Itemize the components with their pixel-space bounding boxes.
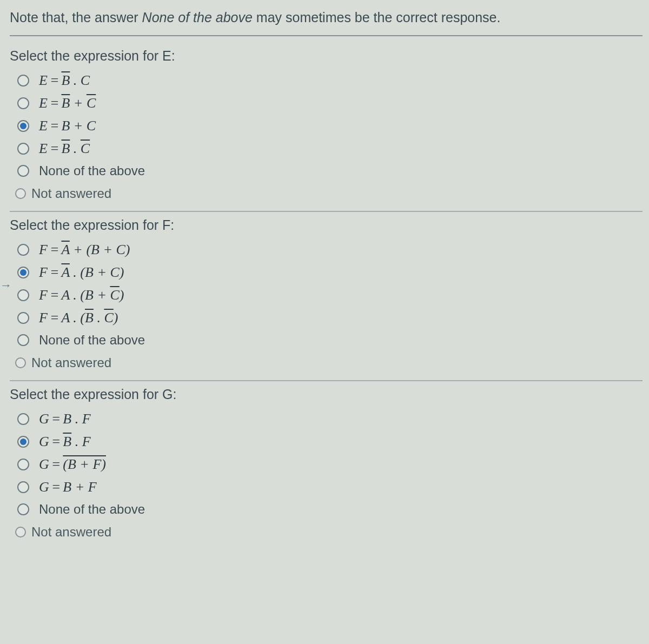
- radio-button[interactable]: [17, 289, 29, 301]
- status-circle-icon: [15, 357, 26, 368]
- radio-button[interactable]: [17, 334, 29, 346]
- radio-button[interactable]: [17, 312, 29, 324]
- option-row[interactable]: None of the above: [10, 160, 643, 182]
- option-row[interactable]: F = A . (B + C): [10, 261, 643, 284]
- note-italic: None of the above: [142, 10, 253, 25]
- question-block: Select the expression for G:G = B . FG =…: [10, 381, 643, 549]
- question-block: Select the expression for E:E = B . CE =…: [10, 43, 643, 212]
- option-row[interactable]: E = B + C: [10, 115, 643, 137]
- option-expression: E = B + C: [39, 118, 96, 134]
- option-row[interactable]: E = B + C: [10, 92, 643, 115]
- option-expression: F = A . (B . C): [39, 310, 118, 326]
- option-row[interactable]: G = B . F: [10, 430, 643, 453]
- radio-button[interactable]: [17, 244, 29, 256]
- option-row[interactable]: G = (B + F): [10, 453, 643, 476]
- radio-button[interactable]: [17, 97, 29, 109]
- option-row[interactable]: E = B . C: [10, 137, 643, 160]
- radio-button[interactable]: [17, 436, 29, 448]
- not-answered-row[interactable]: Not answered: [10, 520, 643, 545]
- not-answered-label: Not answered: [31, 186, 111, 201]
- option-expression: G = B . F: [39, 434, 91, 450]
- status-circle-icon: [15, 188, 26, 199]
- option-row[interactable]: E = B . C: [10, 69, 643, 92]
- radio-button[interactable]: [17, 459, 29, 470]
- option-row[interactable]: G = B . F: [10, 408, 643, 430]
- option-expression: G = (B + F): [39, 456, 106, 473]
- note-text: Note that, the answer None of the above …: [10, 10, 643, 36]
- option-row[interactable]: F = A . (B . C): [10, 307, 643, 329]
- option-expression: G = B + F: [39, 479, 97, 495]
- option-expression: F = A + (B + C): [39, 242, 130, 258]
- radio-button[interactable]: [17, 165, 29, 177]
- option-none-label: None of the above: [39, 163, 145, 178]
- question-block: Select the expression for F:F = A + (B +…: [10, 212, 643, 381]
- not-answered-row[interactable]: Not answered: [10, 182, 643, 207]
- option-row[interactable]: G = B + F: [10, 476, 643, 499]
- option-row[interactable]: None of the above: [10, 499, 643, 520]
- radio-button[interactable]: [17, 75, 29, 87]
- question-prompt: Select the expression for G:: [10, 387, 643, 402]
- option-row[interactable]: None of the above: [10, 329, 643, 351]
- radio-button[interactable]: [17, 503, 29, 515]
- not-answered-label: Not answered: [31, 525, 111, 540]
- radio-button[interactable]: [17, 120, 29, 132]
- option-expression: F = A . (B + C): [39, 287, 124, 303]
- quiz-container: Note that, the answer None of the above …: [0, 0, 649, 549]
- radio-button[interactable]: [17, 143, 29, 155]
- option-expression: E = B . C: [39, 72, 90, 89]
- edge-arrow-icon: →: [0, 278, 12, 293]
- option-row[interactable]: F = A . (B + C): [10, 284, 643, 307]
- note-suffix: may sometimes be the correct response.: [253, 10, 501, 25]
- option-row[interactable]: F = A + (B + C): [10, 238, 643, 261]
- option-expression: G = B . F: [39, 411, 91, 427]
- question-prompt: Select the expression for F:: [10, 217, 643, 233]
- note-prefix: Note that, the answer: [10, 10, 142, 25]
- radio-button[interactable]: [17, 267, 29, 278]
- not-answered-row[interactable]: Not answered: [10, 351, 643, 376]
- option-expression: E = B . C: [39, 141, 90, 157]
- option-none-label: None of the above: [39, 502, 145, 517]
- question-prompt: Select the expression for E:: [10, 48, 643, 64]
- option-expression: F = A . (B + C): [39, 264, 124, 281]
- option-expression: E = B + C: [39, 95, 96, 111]
- not-answered-label: Not answered: [31, 355, 111, 370]
- option-none-label: None of the above: [39, 333, 145, 348]
- radio-button[interactable]: [17, 481, 29, 493]
- status-circle-icon: [15, 527, 26, 537]
- radio-button[interactable]: [17, 413, 29, 425]
